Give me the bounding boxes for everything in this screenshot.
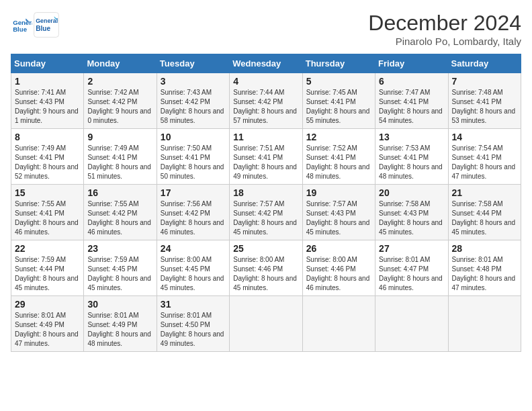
calendar-cell: 25 Sunrise: 8:00 AMSunset: 4:46 PMDaylig… <box>230 240 302 296</box>
calendar-cell: 5 Sunrise: 7:45 AMSunset: 4:41 PMDayligh… <box>302 73 375 129</box>
calendar-cell: 8 Sunrise: 7:49 AMSunset: 4:41 PMDayligh… <box>11 129 84 185</box>
day-number: 26 <box>306 243 371 254</box>
day-info: Sunrise: 7:43 AMSunset: 4:42 PMDaylight:… <box>161 88 226 126</box>
day-number: 2 <box>87 76 152 87</box>
day-number: 11 <box>233 132 298 142</box>
day-number: 5 <box>306 76 371 87</box>
day-number: 18 <box>233 187 298 198</box>
calendar-week-4: 22 Sunrise: 7:59 AMSunset: 4:44 PMDaylig… <box>11 240 521 296</box>
calendar-cell: 26 Sunrise: 8:00 AMSunset: 4:46 PMDaylig… <box>302 240 375 296</box>
day-header-tuesday: Tuesday <box>157 54 229 73</box>
calendar-cell: 29 Sunrise: 8:01 AMSunset: 4:49 PMDaylig… <box>11 296 84 352</box>
day-number: 15 <box>15 187 80 198</box>
calendar-cell <box>375 296 448 352</box>
calendar-cell: 16 Sunrise: 7:55 AMSunset: 4:42 PMDaylig… <box>84 185 157 240</box>
day-info: Sunrise: 7:55 AMSunset: 4:42 PMDaylight:… <box>87 199 152 237</box>
calendar-cell: 13 Sunrise: 7:53 AMSunset: 4:41 PMDaylig… <box>375 129 448 185</box>
day-info: Sunrise: 8:01 AMSunset: 4:48 PMDaylight:… <box>452 255 517 293</box>
day-header-thursday: Thursday <box>302 54 375 73</box>
calendar-table: SundayMondayTuesdayWednesdayThursdayFrid… <box>11 54 521 352</box>
day-number: 30 <box>87 299 152 310</box>
calendar-week-5: 29 Sunrise: 8:01 AMSunset: 4:49 PMDaylig… <box>11 296 521 352</box>
calendar-cell: 24 Sunrise: 8:00 AMSunset: 4:45 PMDaylig… <box>157 240 229 296</box>
svg-text:Blue: Blue <box>36 25 50 32</box>
calendar-cell: 2 Sunrise: 7:42 AMSunset: 4:42 PMDayligh… <box>84 73 157 129</box>
day-number: 7 <box>452 76 517 87</box>
day-header-friday: Friday <box>375 54 448 73</box>
calendar-cell: 23 Sunrise: 7:59 AMSunset: 4:45 PMDaylig… <box>84 240 157 296</box>
day-number: 6 <box>379 76 444 87</box>
day-info: Sunrise: 8:01 AMSunset: 4:49 PMDaylight:… <box>87 311 152 349</box>
day-number: 12 <box>306 132 371 142</box>
day-info: Sunrise: 7:59 AMSunset: 4:45 PMDaylight:… <box>87 255 152 293</box>
day-info: Sunrise: 7:52 AMSunset: 4:41 PMDaylight:… <box>306 144 371 181</box>
calendar-cell: 12 Sunrise: 7:52 AMSunset: 4:41 PMDaylig… <box>302 129 375 185</box>
svg-text:General: General <box>36 17 58 24</box>
day-number: 8 <box>15 132 80 142</box>
day-header-wednesday: Wednesday <box>230 54 302 73</box>
calendar-week-3: 15 Sunrise: 7:55 AMSunset: 4:41 PMDaylig… <box>11 185 521 240</box>
day-info: Sunrise: 8:01 AMSunset: 4:50 PMDaylight:… <box>161 311 226 349</box>
day-info: Sunrise: 7:53 AMSunset: 4:41 PMDaylight:… <box>379 144 444 181</box>
title-area: December 2024 Pinarolo Po, Lombardy, Ita… <box>368 11 521 47</box>
calendar-cell: 31 Sunrise: 8:01 AMSunset: 4:50 PMDaylig… <box>157 296 229 352</box>
day-header-sunday: Sunday <box>11 54 84 73</box>
day-info: Sunrise: 7:48 AMSunset: 4:41 PMDaylight:… <box>452 88 517 126</box>
day-number: 3 <box>161 76 226 87</box>
calendar-week-2: 8 Sunrise: 7:49 AMSunset: 4:41 PMDayligh… <box>11 129 521 185</box>
day-info: Sunrise: 7:45 AMSunset: 4:41 PMDaylight:… <box>306 88 371 126</box>
day-info: Sunrise: 8:00 AMSunset: 4:46 PMDaylight:… <box>306 255 371 293</box>
day-info: Sunrise: 7:49 AMSunset: 4:41 PMDaylight:… <box>87 144 152 181</box>
calendar-cell <box>448 296 521 352</box>
day-header-monday: Monday <box>84 54 157 73</box>
location-subtitle: Pinarolo Po, Lombardy, Italy <box>368 36 521 47</box>
day-number: 16 <box>87 187 152 198</box>
calendar-cell: 27 Sunrise: 8:01 AMSunset: 4:47 PMDaylig… <box>375 240 448 296</box>
day-info: Sunrise: 7:49 AMSunset: 4:41 PMDaylight:… <box>15 144 80 181</box>
day-info: Sunrise: 7:58 AMSunset: 4:43 PMDaylight:… <box>379 199 444 237</box>
calendar-cell: 22 Sunrise: 7:59 AMSunset: 4:44 PMDaylig… <box>11 240 84 296</box>
month-title: December 2024 <box>368 11 521 36</box>
calendar-cell: 19 Sunrise: 7:57 AMSunset: 4:43 PMDaylig… <box>302 185 375 240</box>
calendar-cell: 10 Sunrise: 7:50 AMSunset: 4:41 PMDaylig… <box>157 129 229 185</box>
day-number: 9 <box>87 132 152 142</box>
calendar-cell: 4 Sunrise: 7:44 AMSunset: 4:42 PMDayligh… <box>230 73 302 129</box>
day-number: 1 <box>15 76 80 87</box>
day-number: 20 <box>379 187 444 198</box>
day-number: 4 <box>233 76 298 87</box>
calendar-cell: 9 Sunrise: 7:49 AMSunset: 4:41 PMDayligh… <box>84 129 157 185</box>
logo-icon: General Blue <box>11 14 32 36</box>
calendar-week-1: 1 Sunrise: 7:41 AMSunset: 4:43 PMDayligh… <box>11 73 521 129</box>
page-header: General Blue General Blue December 2024 … <box>11 11 521 47</box>
calendar-cell: 14 Sunrise: 7:54 AMSunset: 4:41 PMDaylig… <box>448 129 521 185</box>
day-number: 23 <box>87 243 152 254</box>
day-number: 25 <box>233 243 298 254</box>
gb-logo-icon: General Blue <box>34 11 59 39</box>
header-row: SundayMondayTuesdayWednesdayThursdayFrid… <box>11 54 521 73</box>
day-info: Sunrise: 7:54 AMSunset: 4:41 PMDaylight:… <box>452 144 517 181</box>
day-number: 13 <box>379 132 444 142</box>
day-header-saturday: Saturday <box>448 54 521 73</box>
calendar-cell: 6 Sunrise: 7:47 AMSunset: 4:41 PMDayligh… <box>375 73 448 129</box>
logo: General Blue General Blue <box>11 11 59 39</box>
day-info: Sunrise: 7:42 AMSunset: 4:42 PMDaylight:… <box>87 88 152 126</box>
day-info: Sunrise: 7:47 AMSunset: 4:41 PMDaylight:… <box>379 88 444 126</box>
svg-text:General: General <box>13 19 32 26</box>
calendar-cell: 11 Sunrise: 7:51 AMSunset: 4:41 PMDaylig… <box>230 129 302 185</box>
calendar-cell: 18 Sunrise: 7:57 AMSunset: 4:42 PMDaylig… <box>230 185 302 240</box>
day-info: Sunrise: 7:55 AMSunset: 4:41 PMDaylight:… <box>15 199 80 237</box>
day-info: Sunrise: 7:59 AMSunset: 4:44 PMDaylight:… <box>15 255 80 293</box>
day-info: Sunrise: 8:01 AMSunset: 4:47 PMDaylight:… <box>379 255 444 293</box>
day-info: Sunrise: 8:00 AMSunset: 4:46 PMDaylight:… <box>233 255 298 293</box>
day-info: Sunrise: 8:01 AMSunset: 4:49 PMDaylight:… <box>15 311 80 349</box>
svg-text:Blue: Blue <box>13 26 27 33</box>
day-number: 28 <box>452 243 517 254</box>
day-info: Sunrise: 7:51 AMSunset: 4:41 PMDaylight:… <box>233 144 298 181</box>
day-info: Sunrise: 7:56 AMSunset: 4:42 PMDaylight:… <box>161 199 226 237</box>
calendar-cell <box>302 296 375 352</box>
day-info: Sunrise: 7:41 AMSunset: 4:43 PMDaylight:… <box>15 88 80 126</box>
day-number: 24 <box>161 243 226 254</box>
day-number: 17 <box>161 187 226 198</box>
day-number: 21 <box>452 187 517 198</box>
day-info: Sunrise: 7:57 AMSunset: 4:43 PMDaylight:… <box>306 199 371 237</box>
